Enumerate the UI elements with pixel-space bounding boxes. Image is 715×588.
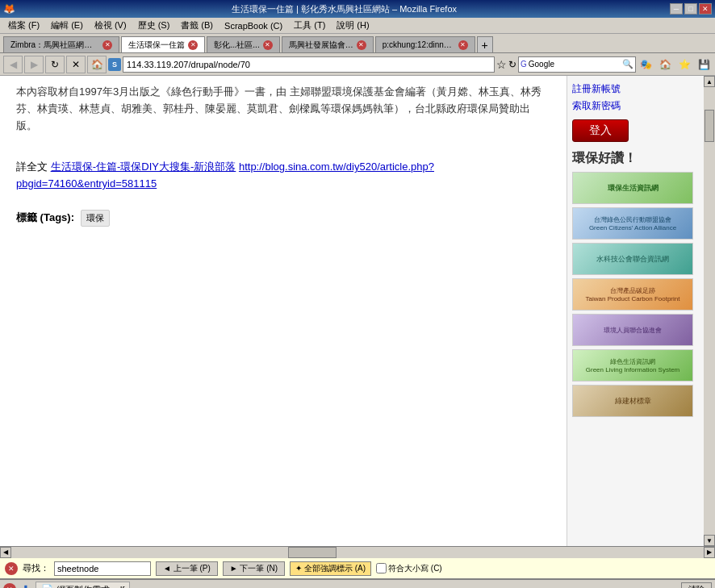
menu-tools[interactable]: 工具 (T) <box>289 18 330 33</box>
nav-icon-3[interactable]: ⭐ <box>676 56 692 73</box>
nav-icon-1[interactable]: 🎭 <box>638 56 654 73</box>
tag-item[interactable]: 環保 <box>81 210 110 227</box>
tab-maxing-close[interactable]: ✕ <box>357 40 366 50</box>
search-bar: G Google 🔍 <box>518 56 636 73</box>
file-icon: 📄 <box>41 584 53 588</box>
forward-button[interactable]: ▶ <box>24 56 44 73</box>
search-engine-icon: G <box>521 60 527 69</box>
tab-dinner[interactable]: p:ckhung:12:dinner [De... ✕ <box>375 36 475 52</box>
scroll-thumb[interactable] <box>705 110 714 142</box>
tags-label: 標籤 (Tags): <box>16 211 74 223</box>
sidebar-banner-4[interactable]: 台灣產品碳足跡Taiwan Product Carbon Footprint <box>572 278 693 311</box>
window-controls: ─ □ ✕ <box>670 3 712 15</box>
login-button[interactable]: 登入 <box>572 119 629 142</box>
find-input[interactable] <box>54 561 151 576</box>
find-highlight-button[interactable]: ✦ 全部強調標示 (A) <box>290 561 371 576</box>
find-matchcase-text: 符合大小寫 (C) <box>388 563 442 574</box>
stop-button[interactable]: ✕ <box>66 56 86 73</box>
address-bar-container: S ☆ ↻ <box>108 56 516 73</box>
sidebar-banner-3[interactable]: 水科技公會聯合資訊網 <box>572 243 693 275</box>
window-title: 生活環保一住篇 | 彰化秀水馬興社區網站 – Mozilla Firefox <box>19 3 670 15</box>
clear-downloads-button[interactable]: 清除 <box>681 582 712 588</box>
reload-small-icon[interactable]: ↻ <box>508 59 516 70</box>
firefox-icon: 🦊 <box>3 3 15 15</box>
maximize-button[interactable]: □ <box>684 3 697 15</box>
search-button[interactable]: 🔍 <box>622 59 633 69</box>
sidebar-banner-7[interactable]: 綠建材標章 <box>572 385 693 417</box>
close-button[interactable]: ✕ <box>699 3 712 15</box>
banner-7-text: 綠建材標章 <box>613 394 653 408</box>
menu-edit[interactable]: 編輯 (E) <box>46 18 88 33</box>
sidebar-banner-2[interactable]: 台灣綠色公民行動聯盟協會Green Citizens' Action Allia… <box>572 207 693 240</box>
tab-changhua-close[interactable]: ✕ <box>263 40 273 50</box>
sidebar-banner-1[interactable]: 環保生活資訊網 <box>572 172 693 204</box>
tab-zimbra-close[interactable]: ✕ <box>102 40 112 50</box>
main-content-area: 本內容取材自1997年3月出版之《綠色行動手冊》一書，由 主婦聯盟環境保護基金會… <box>0 76 715 546</box>
scroll-left-button[interactable]: ◀ <box>0 547 11 558</box>
banner-5-text: 環境人員聯合協進會 <box>602 324 663 336</box>
menu-bookmarks[interactable]: 書籤 (B) <box>176 18 218 33</box>
sidebar: 註冊新帳號 索取新密碼 登入 環保好讚！ 環保生活資訊網 台灣綠色公民行動聯盟協… <box>567 76 704 546</box>
nav-icon-2[interactable]: 🏠 <box>657 56 673 73</box>
vertical-scrollbar[interactable]: ▲ ▼ <box>704 76 715 546</box>
reload-button[interactable]: ↻ <box>45 56 65 73</box>
register-link[interactable]: 註冊新帳號 <box>572 82 699 96</box>
nav-icons: 🎭 🏠 ⭐ 💾 <box>638 56 712 73</box>
menu-view[interactable]: 檢視 (V) <box>90 18 132 33</box>
download-filename: 網頁製作需求.pdf <box>56 584 124 589</box>
detail-prefix: 詳全文 <box>16 161 48 173</box>
tab-dinner-close[interactable]: ✕ <box>458 40 468 50</box>
stop-icon[interactable]: ✕ <box>3 583 16 588</box>
bookmark-star-icon[interactable]: ☆ <box>496 58 507 71</box>
find-close-button[interactable]: ✕ <box>5 562 18 575</box>
sidebar-banner-6[interactable]: 綠色生活資訊網Green Living Information System <box>572 349 693 382</box>
tab-zimbra[interactable]: Zimbra：馬興社區網頁需求 ✕ <box>3 36 119 52</box>
tab-active-label: 生活環保一住篇 <box>128 40 185 51</box>
find-prev-button[interactable]: ◄ 上一筆 (P) <box>156 561 218 576</box>
h-scroll-thumb[interactable] <box>288 547 337 558</box>
scroll-right-button[interactable]: ▶ <box>704 547 715 558</box>
tab-maxing[interactable]: 馬興社發展協會網站... ✕ <box>282 36 374 52</box>
menu-help[interactable]: 說明 (H) <box>332 18 374 33</box>
home-button[interactable]: 🏠 <box>87 56 107 73</box>
find-matchcase-checkbox[interactable] <box>376 563 387 573</box>
article-text: 本內容取材自1997年3月出版之《綠色行動手冊》一書，由 主婦聯盟環境保護基金會… <box>16 84 550 134</box>
find-matchcase-label: 符合大小寫 (C) <box>376 563 442 574</box>
scroll-up-button[interactable]: ▲ <box>704 76 715 87</box>
horizontal-scrollbar: ◀ ▶ <box>0 546 715 557</box>
tab-dinner-label: p:ckhung:12:dinner [De... <box>383 40 455 49</box>
menu-scrapbook[interactable]: ScrapBook (C) <box>220 19 287 32</box>
forgot-link[interactable]: 索取新密碼 <box>572 99 699 113</box>
find-bar: ✕ 尋找： ◄ 上一筆 (P) ► 下一筆 (N) ✦ 全部強調標示 (A) 符… <box>0 557 715 578</box>
back-button[interactable]: ◀ <box>3 56 23 73</box>
address-input[interactable] <box>123 56 495 73</box>
sidebar-banner-5[interactable]: 環境人員聯合協進會 <box>572 314 693 346</box>
find-label: 尋找： <box>23 562 49 574</box>
tab-active[interactable]: 生活環保一住篇 ✕ <box>121 36 205 52</box>
search-input[interactable] <box>556 60 621 69</box>
tab-maxing-label: 馬興社發展協會網站... <box>289 40 353 51</box>
tags-section: 標籤 (Tags): 環保 <box>16 210 550 227</box>
banner-4-text: 台灣產品碳足跡Taiwan Product Carbon Footprint <box>584 285 682 304</box>
new-tab-button[interactable]: + <box>477 36 493 52</box>
title-bar: 🦊 生活環保一住篇 | 彰化秀水馬興社區網站 – Mozilla Firefox… <box>0 0 715 18</box>
tab-changhua-label: 彰化...社區... <box>214 40 260 51</box>
menu-history[interactable]: 歷史 (S) <box>133 18 175 33</box>
minimize-button[interactable]: ─ <box>670 3 683 15</box>
browser-content[interactable]: 本內容取材自1997年3月出版之《綠色行動手冊》一書，由 主婦聯盟環境保護基金會… <box>0 76 567 546</box>
nav-icon-4[interactable]: 💾 <box>696 56 712 73</box>
address-favicon: S <box>108 58 121 71</box>
detail-link[interactable]: 生活環保-住篇-環保DIY大搜集-新浪部落 <box>51 161 236 173</box>
h-scroll-track <box>11 547 704 558</box>
download-item[interactable]: 📄 網頁製作需求.pdf <box>36 582 130 588</box>
scroll-down-button[interactable]: ▼ <box>704 535 715 546</box>
tab-changhua[interactable]: 彰化...社區... ✕ <box>207 36 280 52</box>
tab-bar: Zimbra：馬興社區網頁需求 ✕ 生活環保一住篇 ✕ 彰化...社區... ✕… <box>0 34 715 53</box>
banner-6-text: 綠色生活資訊網Green Living Information System <box>584 356 682 375</box>
menu-file[interactable]: 檔案 (F) <box>3 18 44 33</box>
find-next-button[interactable]: ► 下一筆 (N) <box>223 561 285 576</box>
tab-active-close[interactable]: ✕ <box>188 40 198 50</box>
tab-zimbra-label: Zimbra：馬興社區網頁需求 <box>10 40 99 51</box>
google-label: Google <box>529 60 554 69</box>
banner-2-text: 台灣綠色公民行動聯盟協會Green Citizens' Action Allia… <box>587 214 678 233</box>
